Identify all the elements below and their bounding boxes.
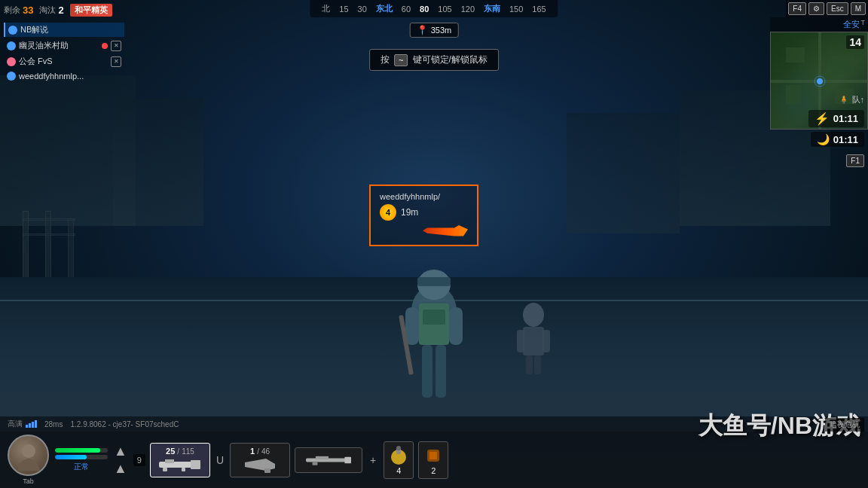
compass-150: 150	[505, 3, 527, 15]
ping-value: 28ms	[44, 420, 63, 429]
plus-button[interactable]: +	[370, 454, 376, 466]
svg-rect-19	[786, 85, 801, 104]
f1-key[interactable]: F1	[846, 154, 864, 167]
wifi-icon	[26, 420, 37, 428]
player-2-icon	[7, 57, 16, 66]
slot-u-label: U	[216, 454, 224, 466]
match-stats-row: 剩余 33 淘汰 2 和平精英	[4, 4, 112, 17]
weapons-section: 9 25 / 115 U 1	[133, 441, 860, 479]
ammo-current-1: 25	[166, 447, 175, 456]
item-count-1: 4	[396, 466, 401, 475]
distance-value: 353m	[431, 26, 452, 35]
esc-key[interactable]: Esc	[827, 2, 848, 15]
player-item-2: 公会 FvS ✕	[4, 54, 124, 69]
weapon-slot-1[interactable]: 25 / 115	[150, 443, 210, 477]
item-count-2: 2	[431, 466, 436, 475]
compass-120: 120	[457, 3, 479, 15]
svg-rect-12	[517, 330, 524, 352]
compass-southeast: 东南	[479, 2, 505, 16]
svg-point-23	[22, 444, 35, 458]
boost-arrows: ▲ ▲	[114, 444, 127, 475]
enemy-character	[503, 300, 564, 375]
gear-key[interactable]: ⚙	[808, 2, 824, 15]
team-icon: 🧍	[839, 95, 849, 105]
compass-30: 30	[353, 3, 371, 15]
timer-2-value: 01:11	[833, 134, 858, 145]
enemy-distance-label: 19m	[401, 207, 418, 218]
svg-point-36	[396, 446, 401, 450]
distance-badge: 📍 353m	[410, 23, 459, 38]
enemy-level-row: 4 19m	[380, 204, 468, 221]
svg-rect-32	[316, 456, 329, 459]
ammo-total-2-val: 46	[261, 447, 270, 456]
svg-rect-25	[191, 460, 200, 469]
enemy-weapon-icon	[380, 225, 468, 239]
weapon-silhouette-shape	[423, 225, 468, 239]
svg-point-10	[523, 303, 544, 327]
health-bar-fill	[55, 448, 100, 453]
player-3-icon	[7, 72, 16, 81]
player-2-action[interactable]: ✕	[111, 56, 121, 67]
player-item-self: NB解说	[4, 23, 124, 37]
svg-rect-14	[526, 355, 533, 374]
avatar-section: Tab	[8, 435, 49, 485]
svg-rect-17	[786, 47, 805, 63]
player-self-name: NB解说	[20, 24, 121, 35]
player-2-name: 公会 FvS	[19, 56, 108, 67]
timer-1-value: 01:11	[833, 113, 858, 124]
f1-area: F1	[846, 153, 864, 166]
compass-105: 105	[433, 3, 456, 15]
weapon-3-icon-area	[306, 453, 351, 468]
health-status-text: 正常	[55, 462, 108, 472]
player-item-3: weeddfyhhnmlp...	[4, 70, 124, 82]
svg-rect-7	[422, 345, 432, 398]
item-slot-grenade[interactable]: 4	[384, 441, 414, 479]
enemy-name-label: weeddfyhhnmlp/	[380, 192, 468, 201]
safe-zone-label: 全安	[843, 19, 860, 30]
compass-80: 80	[415, 3, 433, 15]
svg-rect-13	[542, 330, 550, 352]
ammo-total-1: /	[177, 447, 179, 456]
boost-bar-row	[55, 455, 108, 459]
player-item-1: 幽灵油米村助 ✕	[4, 38, 124, 53]
ammo-total-1-val: 115	[182, 447, 194, 456]
weapon-slot-2[interactable]: 1 / 46	[230, 443, 290, 477]
remaining-label: 剩余	[4, 5, 20, 16]
boost-up-arrow[interactable]: ▲	[114, 444, 127, 458]
weapon-1-icon-area	[157, 457, 203, 472]
player-character	[359, 251, 509, 432]
svg-rect-27	[163, 468, 167, 471]
svg-rect-38	[429, 452, 437, 459]
location-icon: 📍	[417, 25, 428, 35]
item-slot-special[interactable]: 2	[418, 441, 448, 479]
svg-rect-2	[417, 277, 451, 286]
ammo-display-1: 25 / 115	[166, 447, 194, 456]
kills-stat: 淘汰 2	[39, 5, 63, 16]
svg-rect-8	[436, 345, 446, 398]
svg-rect-28	[182, 468, 185, 471]
svg-rect-18	[831, 55, 854, 74]
team-label: 队↑	[852, 94, 865, 105]
enemy-level-badge: 4	[380, 204, 396, 221]
weapon-slot-3[interactable]	[295, 447, 362, 473]
compass-60: 60	[397, 3, 415, 15]
ammo-current-2: 1	[250, 447, 255, 456]
player-1-action[interactable]: ✕	[111, 41, 121, 51]
svg-point-21	[817, 78, 823, 84]
timer-t-label: T	[861, 19, 866, 30]
tab-label: Tab	[23, 477, 34, 485]
mode-badge: 和平精英	[70, 4, 112, 17]
hint-prefix: 按	[381, 53, 390, 66]
ammo-divider-2: /	[257, 447, 259, 456]
team-up-indicator: 🧍 队↑	[839, 94, 865, 105]
boost-down-arrow[interactable]: ▲	[114, 462, 127, 475]
f4-key[interactable]: F4	[788, 2, 806, 15]
m-key[interactable]: M	[851, 2, 866, 15]
hint-suffix: 键可锁定/解锁鼠标	[413, 53, 487, 66]
weapon-2-icon-area	[237, 457, 283, 472]
health-bar-row	[55, 448, 108, 453]
boost-bar-fill	[55, 455, 87, 459]
svg-rect-6	[423, 310, 445, 325]
timer-2-row: 🌙 01:11	[811, 132, 864, 147]
mouse-lock-hint: 按 ~ 键可锁定/解锁鼠标	[369, 49, 499, 71]
